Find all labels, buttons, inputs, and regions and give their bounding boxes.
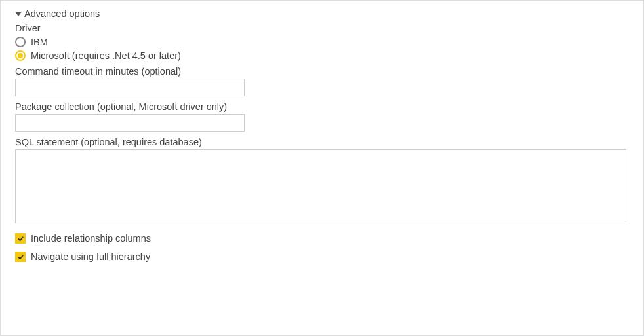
checkbox-checked-icon	[15, 233, 26, 244]
driver-radio-group: IBM Microsoft (requires .Net 4.5 or late…	[15, 37, 629, 61]
package-input[interactable]	[15, 114, 245, 132]
radio-icon	[15, 50, 26, 61]
navigate-hierarchy-checkbox[interactable]: Navigate using full hierarchy	[15, 252, 629, 262]
timeout-input[interactable]	[15, 79, 245, 96]
include-relationship-label: Include relationship columns	[31, 233, 151, 244]
radio-label-ibm: IBM	[31, 37, 48, 47]
package-label: Package collection (optional, Microsoft …	[15, 102, 629, 112]
radio-label-microsoft: Microsoft (requires .Net 4.5 or later)	[31, 50, 181, 61]
include-relationship-checkbox[interactable]: Include relationship columns	[15, 233, 629, 244]
collapse-triangle-icon	[15, 12, 22, 16]
advanced-options-panel: Advanced options Driver IBM Microsoft (r…	[0, 0, 644, 336]
checkbox-checked-icon	[15, 252, 26, 262]
timeout-label: Command timeout in minutes (optional)	[15, 66, 629, 77]
navigate-hierarchy-label: Navigate using full hierarchy	[31, 252, 150, 262]
driver-radio-ibm[interactable]: IBM	[15, 37, 629, 47]
sql-textarea[interactable]	[15, 149, 626, 223]
radio-icon	[15, 37, 26, 47]
section-title: Advanced options	[24, 9, 100, 19]
sql-label: SQL statement (optional, requires databa…	[15, 137, 629, 147]
advanced-options-toggle[interactable]: Advanced options	[15, 9, 629, 19]
driver-label: Driver	[15, 23, 629, 33]
driver-radio-microsoft[interactable]: Microsoft (requires .Net 4.5 or later)	[15, 50, 629, 61]
